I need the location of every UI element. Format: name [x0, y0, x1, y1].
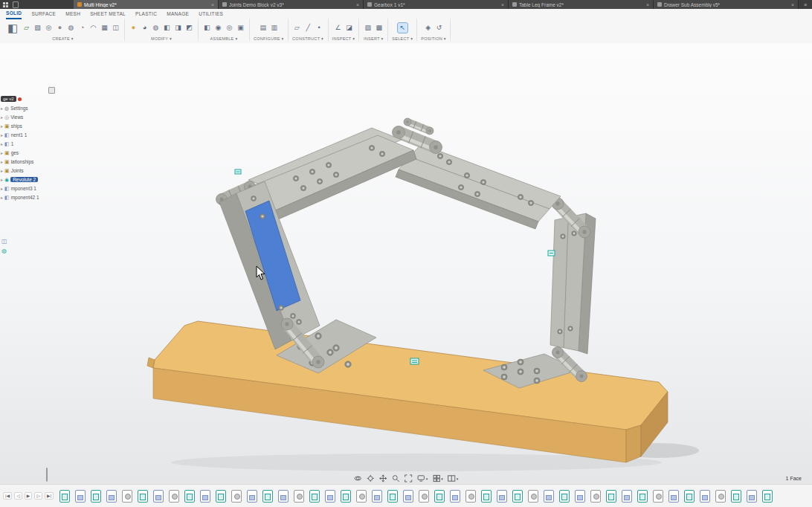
- model-3d[interactable]: [0, 43, 812, 485]
- workspace-tab-surface[interactable]: SURFACE: [31, 9, 56, 19]
- expand-caret-icon[interactable]: ▸: [1, 114, 3, 120]
- timeline-feature-extrude-36[interactable]: [622, 490, 632, 503]
- sketch-icon[interactable]: ▱: [22, 23, 31, 33]
- workspace-tab-solid[interactable]: SOLID: [6, 8, 22, 19]
- timeline-feature-sketch-2[interactable]: [91, 490, 101, 503]
- timeline-skip-end-icon[interactable]: ▶|: [45, 492, 54, 500]
- browser-item-1[interactable]: ▸◍Settings: [0, 103, 58, 112]
- timeline-collapse-icon[interactable]: [46, 468, 48, 482]
- shell-icon[interactable]: ◍: [151, 23, 161, 33]
- timeline-step-back-icon[interactable]: ◁: [14, 492, 22, 500]
- new-component-icon[interactable]: ◧: [202, 23, 212, 33]
- doc-tab-1[interactable]: Joints Demo Block v2 v3*×: [219, 0, 364, 9]
- capture-position-icon[interactable]: ◈: [423, 23, 433, 33]
- timeline-feature-joint-30[interactable]: [528, 490, 538, 503]
- timeline-feature-joint-42[interactable]: [715, 490, 726, 503]
- mirror-icon[interactable]: ◫: [111, 23, 120, 33]
- group-label[interactable]: ASSEMBLE ▾: [210, 36, 238, 41]
- timeline-feature-extrude-12[interactable]: [247, 490, 257, 503]
- group-label[interactable]: CREATE ▾: [52, 36, 74, 41]
- timeline-feature-extrude-41[interactable]: [700, 490, 710, 503]
- timeline-feature-joint-23[interactable]: [419, 490, 429, 503]
- group-label[interactable]: POSITION ▾: [421, 36, 446, 41]
- close-icon[interactable]: ×: [499, 2, 504, 7]
- close-icon[interactable]: ×: [789, 2, 794, 7]
- timeline-feature-extrude-44[interactable]: [747, 490, 757, 503]
- timeline-feature-extrude-39[interactable]: [668, 490, 679, 503]
- timeline-feature-joint-38[interactable]: [653, 490, 663, 503]
- timeline-feature-sketch-8[interactable]: [184, 490, 195, 503]
- measure-icon[interactable]: ∠: [333, 23, 343, 33]
- as-built-joint-icon[interactable]: ◎: [225, 23, 234, 33]
- browser-item-11[interactable]: ▸◧mponent42 1: [0, 193, 58, 201]
- timeline-feature-extrude-28[interactable]: [497, 490, 507, 503]
- browser-item-8[interactable]: ▸▣Joints: [0, 166, 58, 175]
- hinge-leaf-top-right[interactable]: [396, 144, 561, 229]
- timeline-step-forward-icon[interactable]: ▷: [34, 492, 42, 500]
- doc-tab-4[interactable]: Drawer Sub Assembly v5*×: [654, 0, 799, 9]
- timeline-feature-extrude-22[interactable]: [403, 490, 413, 503]
- expand-caret-icon[interactable]: ▸: [1, 195, 3, 200]
- joint-marker-right[interactable]: [548, 251, 555, 256]
- browser-root-item[interactable]: ge v2: [0, 94, 58, 103]
- browser-item-4[interactable]: ▸◧nent1 1: [0, 130, 58, 139]
- configuration-table-icon[interactable]: ▥: [269, 23, 279, 33]
- timeline-feature-extrude-1[interactable]: [75, 490, 86, 503]
- doc-tab-0[interactable]: Multi Hinge v2*×: [74, 0, 219, 9]
- timeline-feature-sketch-45[interactable]: [762, 490, 773, 503]
- timeline-feature-sketch-40[interactable]: [684, 490, 695, 503]
- motion-link-icon[interactable]: ◍: [1, 248, 58, 254]
- grid-settings-icon[interactable]: ▾: [432, 474, 443, 482]
- timeline-feature-sketch-5[interactable]: [138, 490, 148, 503]
- group-label[interactable]: CONSTRUCT ▾: [292, 36, 323, 41]
- group-label[interactable]: INSPECT ▾: [332, 36, 355, 41]
- timeline-feature-sketch-16[interactable]: [309, 490, 320, 503]
- look-at-icon[interactable]: [367, 474, 375, 482]
- browser-item-3[interactable]: ▸▣ships: [0, 121, 58, 130]
- torus-icon[interactable]: ◍: [66, 23, 76, 33]
- box-icon[interactable]: ▧: [33, 23, 42, 33]
- timeline-play-icon[interactable]: ▶: [25, 492, 33, 500]
- browser-item-2[interactable]: ▸◎Views: [0, 112, 58, 121]
- timeline-feature-joint-26[interactable]: [465, 490, 476, 503]
- coil-icon[interactable]: ◔: [77, 23, 87, 33]
- timeline-feature-sketch-35[interactable]: [606, 490, 616, 503]
- timeline-feature-joint-15[interactable]: [294, 490, 304, 503]
- timeline-feature-extrude-17[interactable]: [325, 490, 335, 503]
- ground-icon[interactable]: ◫: [1, 239, 58, 245]
- pattern-icon[interactable]: ▦: [100, 23, 109, 33]
- insert-mesh-icon[interactable]: ▨: [363, 23, 373, 33]
- group-label[interactable]: CONFIGURE ▾: [254, 36, 284, 41]
- workspace-tab-plastic[interactable]: PLASTIC: [135, 9, 157, 19]
- tab-overflow-icon[interactable]: ≡: [799, 0, 812, 9]
- group-label[interactable]: MODIFY ▾: [151, 36, 172, 41]
- doc-tab-2[interactable]: Gearbox 1 v1*×: [364, 0, 509, 9]
- browser-item-10[interactable]: ▸◧mponent3 1: [0, 184, 58, 193]
- app-menu-icon[interactable]: [3, 2, 8, 7]
- joint-marker-top-left[interactable]: [235, 169, 241, 174]
- timeline-feature-joint-34[interactable]: [590, 490, 601, 503]
- browser-item-5[interactable]: ▸◧1: [0, 139, 58, 148]
- new-component-icon[interactable]: ◧: [5, 20, 20, 35]
- timeline-feature-extrude-25[interactable]: [450, 490, 460, 503]
- expand-caret-icon[interactable]: ▸: [1, 123, 3, 129]
- timeline-feature-extrude-20[interactable]: [372, 490, 382, 503]
- fit-icon[interactable]: [405, 474, 413, 482]
- timeline-feature-sketch-0[interactable]: [59, 490, 70, 503]
- decal-icon[interactable]: ▩: [374, 23, 384, 33]
- origin-marker-base[interactable]: [410, 358, 419, 364]
- orbit-icon[interactable]: [354, 474, 362, 482]
- sphere-icon[interactable]: ●: [55, 23, 65, 33]
- timeline-feature-extrude-33[interactable]: [575, 490, 585, 503]
- expand-caret-icon[interactable]: ▸: [1, 159, 3, 164]
- timeline-feature-extrude-9[interactable]: [200, 490, 210, 503]
- offset-face-icon[interactable]: ◨: [173, 23, 183, 33]
- pipe-icon[interactable]: ◠: [88, 23, 98, 33]
- timeline-feature-sketch-29[interactable]: [512, 490, 523, 503]
- workspace-tab-sheet-metal[interactable]: SHEET METAL: [90, 9, 126, 19]
- offset-plane-icon[interactable]: ▱: [292, 23, 302, 33]
- select-icon[interactable]: ↖: [398, 23, 407, 33]
- expand-caret-icon[interactable]: ▸: [1, 141, 3, 146]
- fillet-icon[interactable]: ◕: [140, 23, 149, 33]
- timeline-feature-extrude-31[interactable]: [544, 490, 554, 503]
